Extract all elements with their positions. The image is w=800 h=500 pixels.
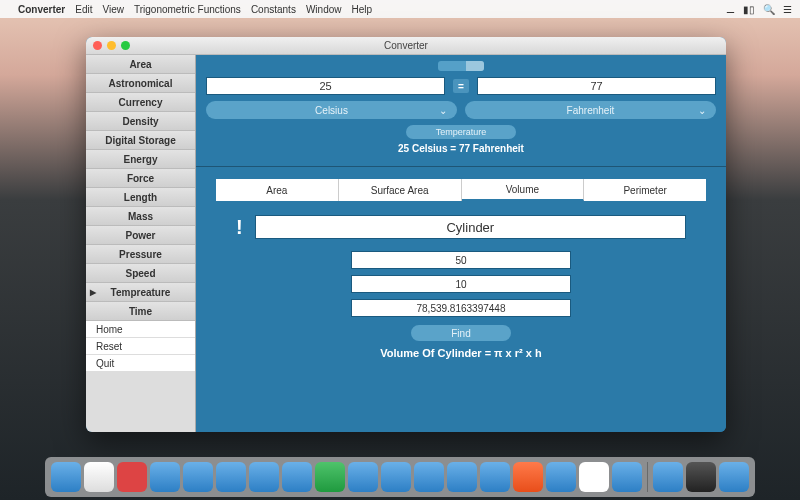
category-pill[interactable]: Temperature: [406, 125, 516, 139]
tab-perimeter[interactable]: Perimeter: [584, 179, 706, 201]
dock-app8[interactable]: [282, 462, 312, 492]
app-menu[interactable]: Converter: [18, 4, 65, 15]
menu-window[interactable]: Window: [306, 4, 342, 15]
menu-constants[interactable]: Constants: [251, 4, 296, 15]
wifi-icon[interactable]: ⚊: [726, 4, 735, 15]
sidebar-item-temperature[interactable]: Tempreature: [86, 283, 195, 302]
home-link[interactable]: Home: [86, 321, 195, 338]
sidebar-item-mass[interactable]: Mass: [86, 207, 195, 226]
app-window: Converter Area Astronomical Currency Den…: [86, 37, 726, 432]
titlebar[interactable]: Converter: [86, 37, 726, 55]
info-icon[interactable]: !: [236, 216, 243, 239]
main-panel: 25 = 77 Celsius Fahrenheit Temperature 2…: [196, 55, 726, 432]
quit-link[interactable]: Quit: [86, 355, 195, 372]
formula-text: Volume Of Cylinder = π x r² x h: [206, 347, 716, 359]
menu-view[interactable]: View: [102, 4, 124, 15]
sidebar-item-digital-storage[interactable]: Digital Storage: [86, 131, 195, 150]
dock-app20[interactable]: [686, 462, 716, 492]
dock-appstore[interactable]: [579, 462, 609, 492]
shape-select[interactable]: Cylinder: [255, 215, 686, 239]
dock-app4[interactable]: [150, 462, 180, 492]
conversion-result: 25 Celsius = 77 Fahrenheit: [206, 143, 716, 154]
menu-help[interactable]: Help: [351, 4, 372, 15]
sidebar-item-power[interactable]: Power: [86, 226, 195, 245]
reset-link[interactable]: Reset: [86, 338, 195, 355]
dock-trash[interactable]: [719, 462, 749, 492]
sidebar-item-energy[interactable]: Energy: [86, 150, 195, 169]
tab-area[interactable]: Area: [216, 179, 339, 201]
menu-edit[interactable]: Edit: [75, 4, 92, 15]
divider: [196, 166, 726, 167]
spotlight-icon[interactable]: 🔍: [763, 4, 775, 15]
dock-finder[interactable]: [51, 462, 81, 492]
right-unit-dropdown[interactable]: Fahrenheit: [465, 101, 716, 119]
battery-icon[interactable]: ▮▯: [743, 4, 755, 15]
dock-app19[interactable]: [653, 462, 683, 492]
dock-separator: [647, 462, 648, 492]
sidebar-item-astronomical[interactable]: Astronomical: [86, 74, 195, 93]
sidebar-item-currency[interactable]: Currency: [86, 93, 195, 112]
sidebar-item-pressure[interactable]: Pressure: [86, 245, 195, 264]
volume-output: 78,539.8163397448: [351, 299, 571, 317]
dock-app5[interactable]: [183, 462, 213, 492]
dock-app3[interactable]: [117, 462, 147, 492]
sidebar-item-density[interactable]: Density: [86, 112, 195, 131]
dock-app16[interactable]: [546, 462, 576, 492]
dock: [45, 457, 755, 497]
dock-app7[interactable]: [249, 462, 279, 492]
dock-app13[interactable]: [447, 462, 477, 492]
equals-icon: =: [453, 79, 469, 93]
dock-app18[interactable]: [612, 462, 642, 492]
sidebar-item-length[interactable]: Length: [86, 188, 195, 207]
sidebar: Area Astronomical Currency Density Digit…: [86, 55, 196, 432]
right-value-input[interactable]: 77: [477, 77, 716, 95]
find-button[interactable]: Find: [411, 325, 511, 341]
dock-app14[interactable]: [480, 462, 510, 492]
menubar: Converter Edit View Trigonometric Functi…: [0, 0, 800, 18]
tab-surface-area[interactable]: Surface Area: [339, 179, 462, 201]
menu-trig[interactable]: Trigonometric Functions: [134, 4, 241, 15]
menu-icon[interactable]: ☰: [783, 4, 792, 15]
height-input[interactable]: 10: [351, 275, 571, 293]
dock-app6[interactable]: [216, 462, 246, 492]
window-title: Converter: [86, 40, 726, 51]
tab-volume[interactable]: Volume: [462, 179, 585, 201]
dock-app10[interactable]: [348, 462, 378, 492]
radius-input[interactable]: 50: [351, 251, 571, 269]
sidebar-item-area[interactable]: Area: [86, 55, 195, 74]
mode-toggle[interactable]: [438, 61, 484, 71]
geometry-tabs: Area Surface Area Volume Perimeter: [216, 179, 706, 201]
left-value-input[interactable]: 25: [206, 77, 445, 95]
dock-itunes[interactable]: [513, 462, 543, 492]
dock-app12[interactable]: [414, 462, 444, 492]
dock-app11[interactable]: [381, 462, 411, 492]
sidebar-item-speed[interactable]: Speed: [86, 264, 195, 283]
dock-facetime[interactable]: [315, 462, 345, 492]
sidebar-item-time[interactable]: Time: [86, 302, 195, 321]
dock-calendar[interactable]: [84, 462, 114, 492]
sidebar-item-force[interactable]: Force: [86, 169, 195, 188]
left-unit-dropdown[interactable]: Celsius: [206, 101, 457, 119]
